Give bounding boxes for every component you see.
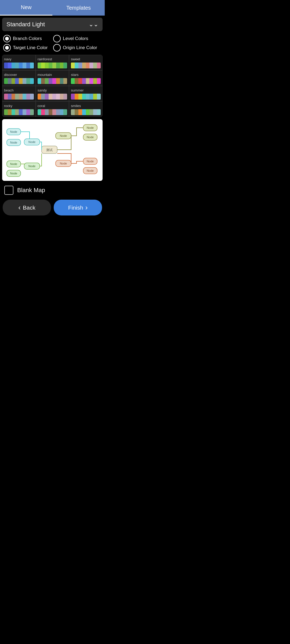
branch-colors-option[interactable]: Branch Colors xyxy=(3,35,52,42)
palette-navy-label: navy xyxy=(4,57,34,61)
palette-navy[interactable]: navy xyxy=(2,55,36,70)
tab-templates[interactable]: Templates xyxy=(52,0,105,16)
branch-colors-radio[interactable] xyxy=(3,35,11,42)
palette-summer-label: summer xyxy=(71,88,101,92)
palette-beach[interactable]: beach xyxy=(2,86,36,101)
svg-text:Node: Node xyxy=(28,140,35,144)
level-colors-radio[interactable] xyxy=(53,35,61,42)
back-label: Back xyxy=(23,204,35,211)
color-mode-group: Branch Colors Level Colors xyxy=(0,33,105,44)
palette-discover-swatches xyxy=(4,78,34,84)
palette-sweet-label: sweet xyxy=(71,57,101,61)
palette-beach-swatches xyxy=(4,94,34,100)
palette-rainforest-swatches xyxy=(38,63,67,68)
palette-stars-label: stars xyxy=(71,73,101,77)
palette-rocky-label: rocky xyxy=(4,104,34,108)
palette-smiles-swatches xyxy=(71,109,101,115)
svg-text:Node: Node xyxy=(60,134,67,137)
origin-line-radio[interactable] xyxy=(53,44,61,52)
palette-navy-swatches xyxy=(4,63,34,68)
svg-text:Node: Node xyxy=(10,130,17,133)
tab-bar: New Templates xyxy=(0,0,105,16)
bottom-buttons: Back Finish xyxy=(0,197,105,220)
palette-mountain-swatches xyxy=(38,78,67,84)
palette-coral-label: coral xyxy=(38,104,67,108)
svg-text:Node: Node xyxy=(87,126,94,129)
level-colors-option[interactable]: Level Colors xyxy=(53,35,102,42)
svg-text:Node: Node xyxy=(10,141,17,144)
palette-sweet[interactable]: sweet xyxy=(69,55,103,70)
chevron-down-icon: ⌄⌄ xyxy=(89,21,98,28)
blank-map-checkbox[interactable] xyxy=(4,186,13,195)
blank-map-label: Blank Map xyxy=(17,187,45,194)
finish-button[interactable]: Finish xyxy=(54,200,102,215)
svg-text:Node: Node xyxy=(10,162,17,166)
theme-label: Standard Light xyxy=(6,21,45,28)
palette-rocky-swatches xyxy=(4,109,34,115)
palette-rocky[interactable]: rocky xyxy=(2,101,36,117)
theme-selector[interactable]: Standard Light ⌄⌄ xyxy=(2,18,103,31)
branch-colors-label: Branch Colors xyxy=(13,36,42,41)
palette-coral-swatches xyxy=(38,109,67,115)
svg-text:Node: Node xyxy=(10,172,17,175)
palette-rainforest-label: rainforest xyxy=(38,57,67,61)
mindmap-preview: 测试 Node Node Node Node Node Node Node No… xyxy=(2,119,103,181)
palette-beach-label: beach xyxy=(4,88,34,92)
palettes-grid: navy rainforest xyxy=(2,55,103,117)
finish-icon xyxy=(85,203,88,212)
palette-stars-swatches xyxy=(71,78,101,84)
svg-text:Node: Node xyxy=(87,136,94,139)
palette-summer[interactable]: summer xyxy=(69,86,103,101)
palette-rainforest[interactable]: rainforest xyxy=(36,55,69,70)
palette-mountain[interactable]: mountain xyxy=(36,70,69,86)
svg-text:Node: Node xyxy=(87,160,94,163)
svg-text:Node: Node xyxy=(28,164,35,168)
palette-sandy-swatches xyxy=(38,94,67,100)
palette-smiles-label: smiles xyxy=(71,104,101,108)
palette-coral[interactable]: coral xyxy=(36,101,69,117)
origin-line-label: Origin Line Color xyxy=(63,45,97,50)
palette-stars[interactable]: stars xyxy=(69,70,103,86)
svg-text:Node: Node xyxy=(60,162,67,165)
palette-sweet-swatches xyxy=(71,63,101,68)
target-line-label: Target Line Color xyxy=(13,45,48,50)
palettes-container: navy rainforest xyxy=(2,55,103,117)
palette-discover-label: discover xyxy=(4,73,34,77)
target-line-option[interactable]: Target Line Color xyxy=(3,44,52,52)
palette-smiles[interactable]: smiles xyxy=(69,101,103,117)
origin-line-option[interactable]: Origin Line Color xyxy=(53,44,102,52)
palette-sandy[interactable]: sandy xyxy=(36,86,69,101)
tab-new[interactable]: New xyxy=(0,0,52,16)
back-button[interactable]: Back xyxy=(3,200,51,215)
back-icon xyxy=(18,203,21,212)
svg-text:测试: 测试 xyxy=(46,148,53,152)
line-color-group: Target Line Color Origin Line Color xyxy=(0,44,105,53)
target-line-radio[interactable] xyxy=(3,44,11,52)
level-colors-label: Level Colors xyxy=(63,36,88,41)
palette-sandy-label: sandy xyxy=(38,88,67,92)
palette-mountain-label: mountain xyxy=(38,73,67,77)
blank-map-row: Blank Map xyxy=(0,183,105,197)
palette-summer-swatches xyxy=(71,94,101,100)
finish-label: Finish xyxy=(68,204,83,211)
svg-text:Node: Node xyxy=(87,169,94,172)
palette-discover[interactable]: discover xyxy=(2,70,36,86)
